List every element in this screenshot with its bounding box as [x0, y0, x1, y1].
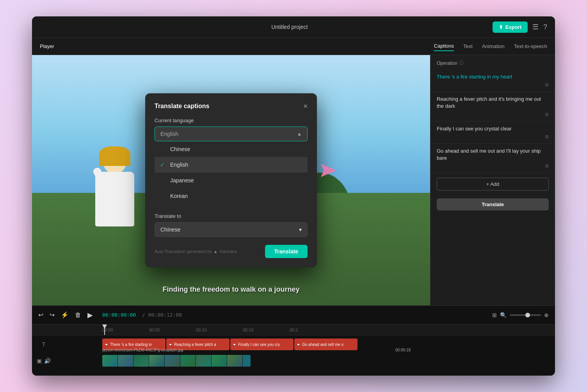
- main-content: Finding the freedom to walk on a journey…: [32, 55, 555, 305]
- caption-track-label: T: [32, 341, 55, 347]
- modal-close-button[interactable]: ×: [303, 103, 308, 110]
- translate-button-sidebar[interactable]: Translate: [437, 198, 549, 210]
- ruler-mark-0: 00:00: [102, 328, 149, 332]
- translate-to-label: Translate to: [155, 213, 308, 219]
- caption-item-1[interactable]: There 's a fire starting in my heart ⧉: [430, 69, 555, 92]
- copy-icon-2[interactable]: ⧉: [545, 112, 549, 117]
- option-japanese[interactable]: Japanese: [155, 173, 308, 188]
- copy-icon-1[interactable]: ⧉: [545, 82, 549, 87]
- timeline-tracks: T ⏷ There 's a fire starting in ⏷ Reachi…: [32, 335, 555, 376]
- caption-text-4: Go ahead and sell me out and I'll lay yo…: [437, 148, 549, 162]
- caption-item-2[interactable]: Reaching a fever pitch and it's bringing…: [430, 92, 555, 121]
- tab-animation[interactable]: Animation: [482, 42, 505, 51]
- modal-title: Translate captions: [155, 103, 210, 110]
- caption-2-actions: ⧉: [437, 112, 549, 117]
- video-track-row: ▣ 🔊 jayson-hinrichsen-PkZM-4NCJPg-unspla…: [32, 353, 555, 368]
- app-window: Untitled project ⬆ Export ☰ ? Player Cap…: [32, 16, 555, 376]
- split-icon[interactable]: ⚡: [61, 311, 69, 319]
- caption-clip-text-2: Reaching a fever pitch a: [174, 342, 216, 347]
- tab-text[interactable]: Text: [463, 42, 473, 51]
- project-title: Untitled project: [271, 24, 308, 30]
- video-track-label-icons: ▣ 🔊: [32, 358, 55, 364]
- operation-header: Operation ⓘ: [430, 55, 555, 69]
- translate-action-button[interactable]: Translate: [265, 245, 308, 258]
- ruler-mark-3: 00:15: [243, 328, 290, 332]
- time-total: / 00:00:12:00: [142, 312, 182, 318]
- current-language-value: English: [160, 131, 178, 137]
- ruler-mark-2: 00:10: [196, 328, 243, 332]
- cursor-indicator: [317, 160, 338, 183]
- thumb-9: [227, 355, 243, 367]
- check-english: ✓: [160, 162, 166, 168]
- option-chinese[interactable]: Chinese: [155, 141, 308, 157]
- video-filename: jayson-hinrichsen-PkZM-4NCJPg-unsplash.j…: [102, 348, 183, 352]
- option-korean[interactable]: Korean: [155, 188, 308, 204]
- translate-to-dropdown[interactable]: Chinese ▾: [155, 222, 308, 237]
- option-japanese-label: Japanese: [170, 177, 194, 184]
- thumb-7: [196, 355, 212, 367]
- add-caption-button[interactable]: + Add: [437, 178, 549, 191]
- thumb-4: [149, 355, 165, 367]
- audio-track-icon: 🔊: [44, 358, 51, 364]
- volctrans-icon: ▲: [213, 249, 218, 254]
- upload-icon: ⬆: [499, 24, 503, 30]
- grid-layout-icon[interactable]: ⊞: [492, 312, 497, 318]
- thumb-6: [180, 355, 196, 367]
- tab-captions[interactable]: Captions: [434, 41, 454, 51]
- caption-track-item-4[interactable]: ⏷ Go ahead and sell me o: [294, 339, 358, 350]
- caption-clip-icon-3: ⏷: [233, 342, 237, 347]
- current-language-label: Current language: [155, 118, 308, 123]
- caption-3-actions: ⧉: [437, 134, 549, 139]
- thumb-3: [133, 355, 149, 367]
- current-language-selected[interactable]: English ▲: [155, 127, 308, 141]
- auto-translation-text: Auto Translation generated by: [155, 249, 212, 254]
- play-button[interactable]: ▶: [87, 311, 93, 319]
- copy-icon-3[interactable]: ⧉: [545, 134, 549, 139]
- caption-item-3[interactable]: Finally I can see you crystal clear ⧉: [430, 121, 555, 144]
- tab-text-to-speech[interactable]: Text-to-speech: [514, 42, 547, 51]
- ruler-mark-1: 00:05: [149, 328, 196, 332]
- caption-text-1: There 's a fire starting in my heart: [437, 73, 549, 80]
- modal-header: Translate captions ×: [155, 103, 308, 110]
- zoom-in-icon[interactable]: ⊕: [544, 312, 549, 318]
- video-track-clip[interactable]: [102, 355, 251, 367]
- svg-marker-0: [321, 164, 336, 177]
- caption-track-item-3[interactable]: ⏷ Finally I can see you cry: [230, 339, 294, 350]
- caption-text-3: Finally I can see you crystal clear: [437, 125, 549, 132]
- thumb-5: [165, 355, 180, 367]
- thumb-1: [102, 355, 118, 367]
- delete-icon[interactable]: 🗑: [75, 312, 81, 319]
- caption-item-4[interactable]: Go ahead and sell me out and I'll lay yo…: [430, 144, 555, 173]
- option-korean-label: Korean: [170, 193, 188, 199]
- caption-4-actions: ⧉: [437, 163, 549, 169]
- timeline-ruler: 00:00 00:05 00:10 00:15 00:2: [32, 324, 555, 335]
- zoom-controls: ⊞ 🔍 ⊕: [492, 312, 549, 318]
- info-icon: ⓘ: [459, 60, 464, 66]
- modal-overlay: Translate captions × Current language En…: [32, 55, 430, 305]
- dropdown-chevron: ▲: [297, 131, 302, 137]
- caption-clip-icon-2: ⏷: [169, 342, 173, 347]
- ruler-mark-4: 00:2: [290, 328, 336, 332]
- caption-clip-icon-4: ⏷: [297, 342, 301, 347]
- help-icon[interactable]: ?: [543, 23, 547, 31]
- redo-icon[interactable]: ↪: [50, 311, 55, 319]
- undo-icon[interactable]: ↩: [38, 311, 43, 319]
- time-current: 00:00:00:00: [102, 312, 136, 318]
- export-button[interactable]: ⬆ Export: [493, 21, 528, 33]
- caption-text-2: Reaching a fever pitch and it's bringing…: [437, 96, 549, 110]
- option-english-label: English: [170, 162, 188, 168]
- caption-clip-text-1: There 's a fire starting in: [110, 342, 152, 347]
- copy-icon-4[interactable]: ⧉: [545, 163, 549, 169]
- timeline-area: ↩ ↪ ⚡ 🗑 ▶ 00:00:00:00 / 00:00:12:00 ⊞ 🔍 …: [32, 305, 555, 376]
- zoom-slider[interactable]: [510, 314, 541, 316]
- caption-1-actions: ⧉: [437, 82, 549, 87]
- menu-icon[interactable]: ☰: [532, 23, 539, 31]
- translate-captions-dialog: Translate captions × Current language En…: [145, 93, 317, 267]
- translate-to-value: Chinese: [160, 226, 180, 233]
- player-area: Finding the freedom to walk on a journey…: [32, 55, 430, 305]
- zoom-out-icon[interactable]: 🔍: [500, 312, 507, 318]
- top-bar: Untitled project ⬆ Export ☰ ?: [32, 16, 555, 38]
- option-english[interactable]: ✓ English: [155, 157, 308, 173]
- video-track-content: jayson-hinrichsen-PkZM-4NCJPg-unsplash.j…: [102, 355, 555, 367]
- timeline-cursor: [104, 324, 105, 335]
